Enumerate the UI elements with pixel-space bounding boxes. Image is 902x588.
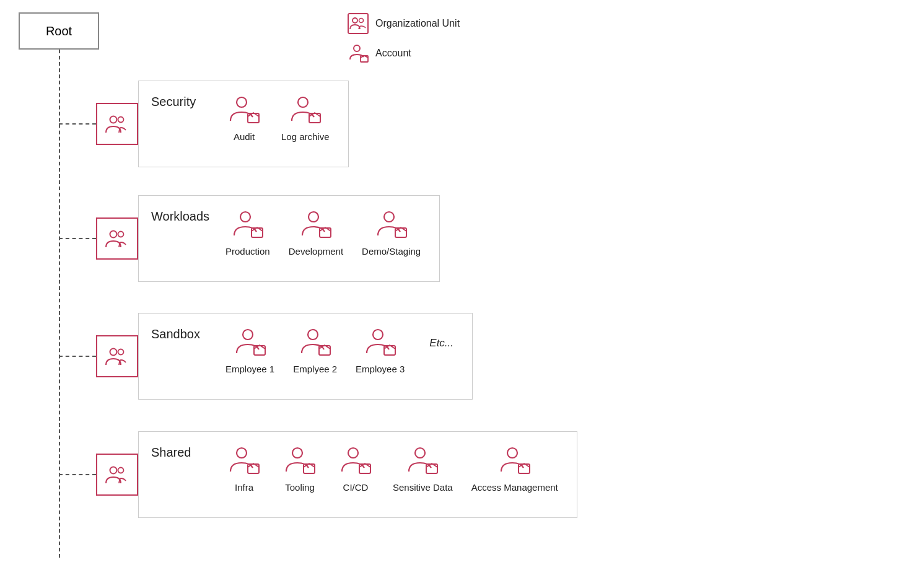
svg-point-5 [110,116,117,123]
svg-point-35 [415,448,425,458]
workloads-row: Workloads Production [59,195,465,282]
svg-point-37 [507,448,517,458]
cicd-label: CI/CD [343,482,369,493]
svg-point-13 [240,212,250,222]
sandbox-ou-icon [103,343,131,370]
demostaging-account: Demo/Staging [362,208,421,257]
security-ou-icon [103,110,131,138]
sandbox-title: Sandbox [151,326,226,341]
employee1-account: Employee 1 [226,326,274,374]
employee1-label: Employee 1 [226,364,274,374]
sensitivedata-icon [404,444,441,478]
employee2-icon [297,326,334,360]
legend-ou: Organizational Unit [347,12,460,35]
infra-account: Infra [226,444,263,493]
svg-point-11 [110,231,117,238]
etc-label: Etc... [429,337,453,349]
security-ou-box [96,103,138,145]
audit-account: Audit [226,94,263,142]
infra-label: Infra [235,482,253,493]
employee2-account: Emplyee 2 [293,326,337,374]
security-accounts: Audit Log archive [226,94,330,142]
demostaging-icon [373,208,410,242]
workloads-ou-box [96,217,138,260]
employee1-icon [232,326,269,360]
svg-point-2 [359,19,364,23]
svg-point-6 [118,117,124,123]
accessmanagement-icon [496,444,533,478]
diagram: { "legend": { "items": [ {"label": "Orga… [0,0,902,588]
svg-point-15 [309,212,318,222]
shared-accounts: Infra Tooling [226,444,558,493]
sandbox-row: Sandbox Employee 1 [59,313,497,400]
root-node: Root [19,12,99,50]
account-legend-icon [347,42,369,64]
sandbox-connector [59,356,96,357]
shared-row: Shared Infra [59,431,602,518]
legend-account: Account [347,42,460,64]
accessmanagement-account: Access Management [471,444,558,493]
accessmanagement-label: Access Management [471,482,558,493]
tooling-label: Tooling [285,482,315,493]
development-label: Development [289,246,343,257]
svg-point-28 [118,468,124,473]
svg-point-9 [298,97,308,107]
svg-point-19 [110,349,117,356]
svg-point-12 [118,232,124,237]
shared-ou-box [96,454,138,496]
svg-point-23 [308,330,318,340]
svg-point-17 [384,212,394,222]
security-connector [59,123,96,125]
root-label: Root [46,24,72,38]
svg-point-7 [237,97,247,107]
sandbox-section: Sandbox Employee 1 [138,313,473,400]
legend: Organizational Unit Account [347,12,460,64]
security-title: Security [151,94,226,109]
tooling-icon [281,444,318,478]
logarchive-account: Log archive [281,94,330,142]
production-label: Production [226,246,270,257]
sensitivedata-label: Sensitive Data [393,482,453,493]
employee3-label: Employee 3 [356,364,405,374]
legend-account-label: Account [375,48,411,59]
workloads-title: Workloads [151,208,226,224]
infra-icon [226,444,263,478]
svg-point-3 [354,45,360,51]
svg-point-27 [110,467,117,474]
logarchive-icon [287,94,324,128]
cicd-icon [337,444,374,478]
audit-label: Audit [234,131,255,142]
sandbox-accounts: Employee 1 Emplyee 2 [226,326,453,374]
cicd-account: CI/CD [337,444,374,493]
audit-icon [226,94,263,128]
security-row: Security Audit [59,81,374,167]
development-account: Development [289,208,343,257]
shared-connector [59,474,96,475]
shared-ou-icon [103,461,131,488]
employee3-icon [362,326,399,360]
employee3-account: Employee 3 [356,326,405,374]
svg-point-21 [243,330,253,340]
shared-title: Shared [151,444,226,460]
sandbox-ou-box [96,335,138,377]
svg-rect-0 [348,14,368,33]
legend-ou-label: Organizational Unit [375,18,460,29]
svg-point-1 [352,18,357,23]
sensitivedata-account: Sensitive Data [393,444,453,493]
workloads-ou-icon [103,225,131,252]
ou-legend-icon [347,12,369,35]
production-icon [229,208,266,242]
development-icon [297,208,335,242]
svg-point-31 [292,448,302,458]
demostaging-label: Demo/Staging [362,246,421,257]
svg-point-25 [373,330,383,340]
workloads-accounts: Production Development [226,208,421,257]
workloads-connector [59,238,96,239]
security-section: Security Audit [138,81,349,167]
employee2-label: Emplyee 2 [293,364,337,374]
tooling-account: Tooling [281,444,318,493]
svg-point-20 [118,349,124,355]
logarchive-label: Log archive [281,131,330,142]
svg-point-33 [348,448,358,458]
svg-point-29 [237,448,247,458]
